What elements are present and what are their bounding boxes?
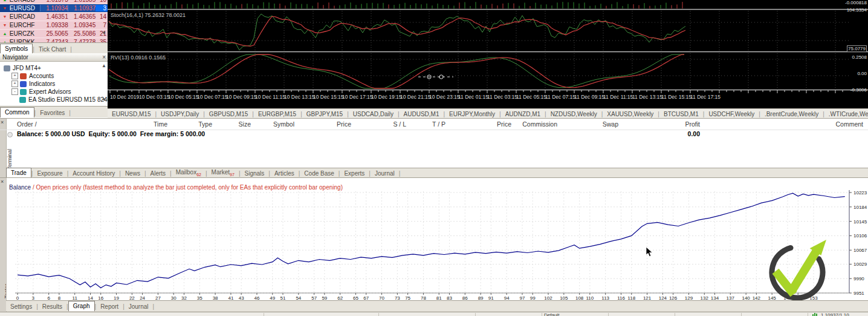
close-icon[interactable]: ×: [102, 53, 106, 62]
tab-separator: |: [153, 303, 155, 311]
chart-tab--brentcrude-weekly[interactable]: .BrentCrude,Weekly: [760, 111, 823, 117]
expert-advisors-icon: [20, 89, 27, 95]
terminal-tab-market[interactable]: Market97: [207, 168, 239, 178]
terminal-tab-trade[interactable]: Trade: [6, 168, 31, 178]
svg-text:124: 124: [659, 295, 667, 300]
orders-column-commission[interactable]: Commission: [522, 120, 557, 128]
orders-column-price[interactable]: Price: [337, 120, 351, 128]
navigator-item-jfd-mt4-[interactable]: JFD MT4+: [0, 64, 108, 72]
navigator-item-label: Accounts: [29, 73, 54, 79]
tester-tab-report[interactable]: Report: [96, 302, 123, 311]
arrow-up-icon: ▲: [0, 30, 10, 38]
time-axis-label: 11 Dec 07:15: [545, 94, 575, 100]
navigator-item-indicators[interactable]: +Indicators: [0, 80, 108, 88]
terminal-tab-alerts[interactable]: Alerts: [146, 169, 170, 178]
navigator-item-accounts[interactable]: +Accounts: [0, 72, 108, 80]
tab-favorites[interactable]: Favorites: [36, 108, 69, 117]
terminal-tab-experts[interactable]: Experts: [340, 169, 369, 178]
status-divider: [675, 313, 675, 316]
orders-column-swap[interactable]: Swap: [603, 120, 618, 128]
chart-tab-btcusd-m1[interactable]: BTCUSD,M1: [659, 111, 703, 117]
orders-column-s-l[interactable]: S / L: [393, 120, 406, 128]
symbol-name: EURCHF: [10, 22, 40, 28]
svg-text:35: 35: [197, 295, 202, 300]
chart-tab-gbpjpy-m15[interactable]: GBPJPY,M15: [302, 111, 347, 117]
svg-text:51: 51: [280, 295, 286, 300]
status-divider: [475, 313, 476, 316]
mouse-cursor-icon: [646, 247, 653, 257]
market-watch-row[interactable]: ▼EURCHF1.093381.093457: [0, 21, 108, 30]
orders-column-profit[interactable]: Profit: [685, 120, 700, 128]
svg-text:30: 30: [171, 295, 177, 300]
tester-tab-results[interactable]: Results: [38, 302, 66, 311]
chart-tab-xauusd-weekly[interactable]: XAUUSD,Weekly: [603, 111, 658, 117]
scroll-up-icon[interactable]: ▲: [102, 63, 106, 68]
scroll-down-icon[interactable]: ▼: [102, 97, 106, 102]
chart-tab-usdchf-weekly[interactable]: USDCHF,Weekly: [704, 111, 759, 117]
terminal-tab-account-history[interactable]: Account History: [68, 169, 119, 178]
tester-tab-settings[interactable]: Settings: [6, 302, 36, 311]
market-watch-row[interactable]: ▼EURCAD1.463511.4636514: [0, 13, 108, 21]
svg-text:110: 110: [586, 295, 594, 300]
navigator-item-expert-advisors[interactable]: -Expert Advisors: [0, 88, 108, 96]
chart-tab-eurgbp-m15[interactable]: EURGBP,M15: [254, 111, 300, 117]
tree-expander-icon[interactable]: +: [11, 81, 18, 87]
terminal-tab-signals[interactable]: Signals: [241, 169, 269, 178]
tab-symbols[interactable]: Symbols: [0, 44, 33, 53]
navigator-header: Navigator ×: [0, 53, 108, 62]
market-watch-row[interactable]: ▲EURAUD1.613731.6138510: [0, 0, 108, 4]
arrow-down-icon: ▼: [0, 21, 10, 29]
chart-tab-eurusd-m15[interactable]: EURUSD,M15: [108, 111, 155, 117]
tester-tab-journal[interactable]: Journal: [125, 302, 153, 311]
chart-tab-usdjpy-daily[interactable]: USDJPY,Daily: [157, 111, 203, 117]
balance-graph[interactable]: Balance / Open prices only (fastest meth…: [6, 178, 868, 300]
chart-area[interactable]: Stoch(16,4,1) 75.2632 78.0021 RVI(13) 0.…: [108, 0, 868, 108]
svg-text:81: 81: [436, 295, 442, 300]
terminal-tab-articles[interactable]: Articles: [270, 169, 299, 178]
chart-tab--wticrude-weekly[interactable]: .WTICrude,Weekly: [824, 111, 868, 117]
orders-column-symbol[interactable]: Symbol: [273, 120, 294, 128]
market-watch-row[interactable]: ▲EURCZK25.506525.508621: [0, 30, 108, 38]
navigator-item-label: Indicators: [29, 81, 55, 87]
terminal-tab-journal[interactable]: Journal: [371, 169, 399, 178]
svg-text:113: 113: [601, 295, 609, 300]
chart-tab-gbpusd-m15[interactable]: GBPUSD,M15: [205, 111, 252, 117]
chart-tab-eurjpy-monthly[interactable]: EURJPY,Monthly: [445, 111, 499, 117]
terminal-tab-exposure[interactable]: Exposure: [33, 169, 66, 178]
orders-column-order-[interactable]: Order /: [17, 120, 37, 128]
status-divider: [264, 313, 264, 316]
orders-column-type[interactable]: Type: [198, 120, 212, 128]
scroll-down-icon[interactable]: ▼: [102, 30, 106, 36]
terminal-tab-news[interactable]: News: [121, 169, 144, 178]
terminal-tab-mailbox[interactable]: Mailbox62: [172, 168, 206, 178]
status-bar: Default 1.10937/1.10: [0, 312, 868, 316]
orders-column-t-p[interactable]: T / P: [432, 120, 445, 128]
svg-text:137: 137: [727, 295, 735, 300]
orders-column-time[interactable]: Time: [154, 120, 167, 128]
chart-tab-audnzd-m1[interactable]: AUDNZD,M1: [501, 111, 545, 117]
chart-tab-nzdusd-weekly[interactable]: NZDUSD,Weekly: [546, 111, 601, 117]
orders-column-comment[interactable]: Comment: [835, 120, 863, 128]
tab-common[interactable]: Common: [0, 107, 34, 117]
time-axis-label: 11 Dec 17:15: [690, 94, 721, 100]
time-axis-label: 10 Dec 17:15: [342, 94, 373, 100]
orders-column-price[interactable]: Price: [497, 120, 511, 128]
chart-tab-usdcad-daily[interactable]: USDCAD,Daily: [349, 111, 398, 117]
svg-text:59: 59: [322, 295, 327, 300]
tester-tab-graph[interactable]: Graph: [68, 301, 95, 311]
balance-row[interactable]: Balance: 5 000.00 USD Equity: 5 000.00 F…: [0, 130, 868, 139]
terminal-tab-code-base[interactable]: Code Base: [300, 169, 338, 178]
tree-expander-icon[interactable]: +: [11, 73, 18, 79]
time-axis-label: 10 Dec 09:15: [226, 94, 257, 100]
navigator-item-ea-studio-eurusd-m15-8246-[interactable]: EA Studio EURUSD M15 8246!: [0, 96, 108, 104]
tree-expander-icon[interactable]: -: [11, 88, 18, 95]
tab-tick-chart[interactable]: Tick Chart: [34, 45, 70, 53]
time-axis-label: 11 Dec 05:15: [516, 94, 546, 100]
svg-text:49: 49: [270, 295, 275, 300]
svg-text:99: 99: [530, 295, 536, 300]
chart-tab-audusd-m1[interactable]: AUDUSD,M1: [400, 111, 444, 117]
time-axis-label: 10 Dec 05:15: [168, 94, 199, 100]
orders-column-size[interactable]: Size: [239, 120, 251, 128]
market-watch-row[interactable]: ▼EURUSD1.109341.109373: [0, 4, 108, 13]
close-icon[interactable]: ×: [1, 179, 4, 185]
